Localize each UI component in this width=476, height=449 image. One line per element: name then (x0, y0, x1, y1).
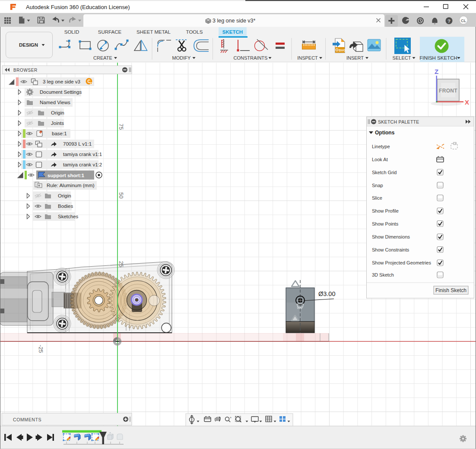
svg-text:Origin: Origin (51, 110, 64, 115)
svg-text:Show Projected Geometries: Show Projected Geometries (372, 260, 431, 265)
svg-text:MODIFY: MODIFY (172, 55, 191, 61)
svg-text:FINISH SKETCH: FINISH SKETCH (419, 55, 457, 61)
svg-text:50: 50 (118, 192, 124, 198)
svg-text:SHEET METAL: SHEET METAL (136, 29, 171, 35)
svg-text:support short:1: support short:1 (48, 173, 85, 178)
svg-text:X: X (465, 99, 469, 106)
svg-text:Autodesk Fusion 360 (Education: Autodesk Fusion 360 (Education License) (26, 4, 130, 10)
svg-text:SELECT: SELECT (393, 55, 411, 61)
svg-text:Linetype: Linetype (372, 144, 390, 149)
svg-text:-25: -25 (38, 345, 44, 353)
svg-text:SURFACE: SURFACE (98, 29, 122, 35)
svg-text:Show Points: Show Points (372, 221, 399, 226)
svg-text:INSPECT: INSPECT (297, 55, 318, 61)
svg-text:COMMENTS: COMMENTS (13, 417, 41, 422)
svg-text:3D Sketch: 3D Sketch (372, 272, 394, 277)
svg-text:Origin: Origin (58, 193, 71, 198)
svg-text:Z: Z (435, 68, 438, 75)
svg-text:Snap: Snap (372, 183, 383, 188)
svg-text:CL: CL (461, 18, 466, 23)
svg-text:FRONT: FRONT (439, 88, 457, 94)
svg-text:tamiya crank v1:1: tamiya crank v1:1 (63, 152, 102, 157)
svg-text:CREATE: CREATE (93, 55, 112, 61)
svg-text:BROWSER: BROWSER (13, 68, 38, 73)
svg-text:3 leg one side v3: 3 leg one side v3 (43, 79, 80, 84)
svg-text:tamiya crank v1:2: tamiya crank v1:2 (63, 162, 102, 167)
svg-text:TOOLS: TOOLS (186, 29, 203, 35)
svg-text:Named Views: Named Views (40, 100, 70, 105)
svg-text:Show Dimensions: Show Dimensions (372, 234, 410, 239)
svg-text:DESIGN: DESIGN (19, 42, 38, 48)
svg-text:CONSTRAINTS: CONSTRAINTS (234, 55, 268, 61)
svg-text:Rule: Aluminum (mm): Rule: Aluminum (mm) (47, 183, 95, 188)
svg-text:Sketches: Sketches (58, 214, 79, 219)
svg-text:+: + (230, 416, 232, 419)
svg-text:Document Settings: Document Settings (40, 89, 82, 95)
svg-text:INSERT: INSERT (346, 55, 364, 61)
svg-text:Finish Sketch: Finish Sketch (435, 287, 466, 293)
svg-text:Options: Options (375, 130, 395, 136)
svg-text:?: ? (447, 19, 451, 24)
svg-text:Ø3.00: Ø3.00 (318, 290, 336, 297)
svg-text:Slice: Slice (372, 195, 382, 201)
svg-text:SOLID: SOLID (64, 29, 79, 35)
svg-text:Bodies: Bodies (58, 204, 73, 209)
svg-text:Look At: Look At (372, 157, 388, 162)
svg-text:Sketch Grid: Sketch Grid (372, 170, 397, 175)
svg-text:Joints: Joints (51, 121, 64, 126)
svg-text:25: 25 (118, 261, 124, 267)
svg-text:SVG: SVG (339, 48, 346, 52)
svg-text:Show Profile: Show Profile (372, 208, 399, 213)
svg-text:3 leg one side v3*: 3 leg one side v3* (213, 18, 256, 24)
svg-text:75: 75 (118, 124, 124, 130)
svg-text:base:1: base:1 (52, 131, 67, 136)
svg-text:70093 L v1:1: 70093 L v1:1 (63, 141, 92, 146)
svg-text:Show Constraints: Show Constraints (372, 247, 409, 252)
svg-text:SKETCH PALETTE: SKETCH PALETTE (378, 119, 419, 124)
svg-text:SKETCH: SKETCH (222, 29, 243, 35)
